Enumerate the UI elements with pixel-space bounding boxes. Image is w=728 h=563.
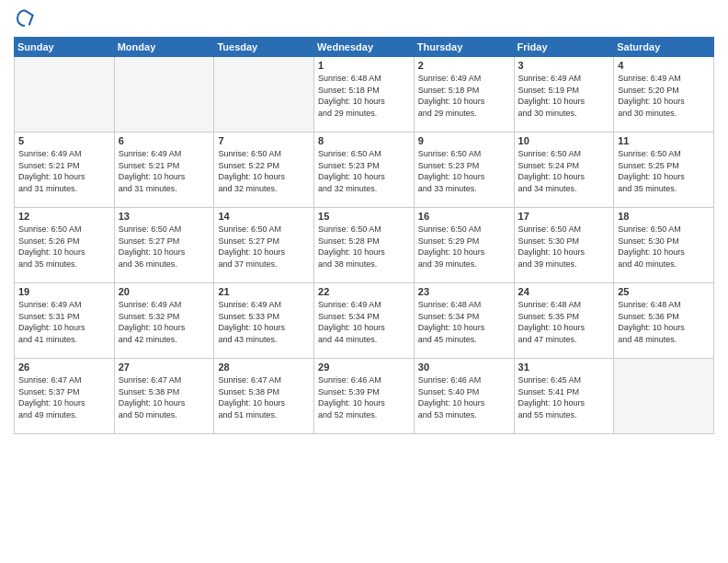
day-info: Sunrise: 6:50 AM Sunset: 5:27 PM Dayligh… bbox=[119, 224, 210, 270]
day-info: Sunrise: 6:47 AM Sunset: 5:38 PM Dayligh… bbox=[119, 374, 210, 420]
day-cell: 29Sunrise: 6:46 AM Sunset: 5:39 PM Dayli… bbox=[314, 359, 415, 434]
calendar-table: SundayMondayTuesdayWednesdayThursdayFrid… bbox=[14, 37, 714, 434]
day-cell: 17Sunrise: 6:50 AM Sunset: 5:30 PM Dayli… bbox=[514, 208, 614, 283]
header-cell-sunday: Sunday bbox=[15, 38, 115, 57]
day-cell bbox=[114, 57, 214, 132]
day-info: Sunrise: 6:48 AM Sunset: 5:18 PM Dayligh… bbox=[318, 73, 410, 119]
header bbox=[14, 9, 714, 31]
day-number: 8 bbox=[318, 135, 410, 146]
day-info: Sunrise: 6:45 AM Sunset: 5:41 PM Dayligh… bbox=[518, 374, 610, 420]
day-cell: 8Sunrise: 6:50 AM Sunset: 5:23 PM Daylig… bbox=[314, 132, 415, 208]
day-cell: 9Sunrise: 6:50 AM Sunset: 5:23 PM Daylig… bbox=[414, 132, 514, 208]
day-number: 12 bbox=[18, 211, 110, 222]
day-info: Sunrise: 6:47 AM Sunset: 5:37 PM Dayligh… bbox=[18, 374, 110, 420]
day-cell: 6Sunrise: 6:49 AM Sunset: 5:21 PM Daylig… bbox=[114, 132, 214, 208]
day-number: 3 bbox=[518, 60, 610, 71]
day-number: 30 bbox=[418, 362, 510, 373]
day-info: Sunrise: 6:50 AM Sunset: 5:29 PM Dayligh… bbox=[418, 224, 510, 270]
day-info: Sunrise: 6:50 AM Sunset: 5:27 PM Dayligh… bbox=[218, 224, 310, 270]
week-row-3: 12Sunrise: 6:50 AM Sunset: 5:26 PM Dayli… bbox=[15, 208, 714, 283]
header-cell-monday: Monday bbox=[114, 38, 214, 57]
day-info: Sunrise: 6:50 AM Sunset: 5:25 PM Dayligh… bbox=[618, 148, 710, 194]
day-info: Sunrise: 6:49 AM Sunset: 5:18 PM Dayligh… bbox=[418, 73, 510, 119]
day-info: Sunrise: 6:49 AM Sunset: 5:33 PM Dayligh… bbox=[218, 299, 310, 345]
day-cell bbox=[15, 57, 115, 132]
day-number: 18 bbox=[618, 211, 710, 222]
day-number: 14 bbox=[218, 211, 310, 222]
day-number: 4 bbox=[618, 60, 710, 71]
day-cell: 3Sunrise: 6:49 AM Sunset: 5:19 PM Daylig… bbox=[514, 57, 614, 132]
header-cell-tuesday: Tuesday bbox=[214, 38, 314, 57]
day-cell bbox=[214, 57, 314, 132]
day-number: 5 bbox=[18, 135, 110, 146]
day-number: 31 bbox=[518, 362, 610, 373]
day-number: 23 bbox=[418, 286, 510, 297]
day-number: 27 bbox=[119, 362, 210, 373]
day-cell: 11Sunrise: 6:50 AM Sunset: 5:25 PM Dayli… bbox=[614, 132, 714, 208]
day-cell: 5Sunrise: 6:49 AM Sunset: 5:21 PM Daylig… bbox=[15, 132, 115, 208]
day-number: 9 bbox=[418, 135, 510, 146]
day-info: Sunrise: 6:50 AM Sunset: 5:23 PM Dayligh… bbox=[418, 148, 510, 194]
week-row-2: 5Sunrise: 6:49 AM Sunset: 5:21 PM Daylig… bbox=[15, 132, 714, 208]
day-cell: 31Sunrise: 6:45 AM Sunset: 5:41 PM Dayli… bbox=[514, 359, 614, 434]
day-cell: 27Sunrise: 6:47 AM Sunset: 5:38 PM Dayli… bbox=[114, 359, 214, 434]
day-info: Sunrise: 6:50 AM Sunset: 5:24 PM Dayligh… bbox=[518, 148, 610, 194]
day-cell: 15Sunrise: 6:50 AM Sunset: 5:28 PM Dayli… bbox=[314, 208, 415, 283]
day-cell: 10Sunrise: 6:50 AM Sunset: 5:24 PM Dayli… bbox=[514, 132, 614, 208]
day-info: Sunrise: 6:49 AM Sunset: 5:19 PM Dayligh… bbox=[518, 73, 610, 119]
day-info: Sunrise: 6:50 AM Sunset: 5:28 PM Dayligh… bbox=[318, 224, 410, 270]
day-info: Sunrise: 6:49 AM Sunset: 5:32 PM Dayligh… bbox=[119, 299, 210, 345]
day-info: Sunrise: 6:47 AM Sunset: 5:38 PM Dayligh… bbox=[218, 374, 310, 420]
day-number: 15 bbox=[318, 211, 410, 222]
day-info: Sunrise: 6:49 AM Sunset: 5:21 PM Dayligh… bbox=[18, 148, 110, 194]
day-number: 7 bbox=[218, 135, 310, 146]
logo bbox=[14, 9, 34, 31]
day-cell: 24Sunrise: 6:48 AM Sunset: 5:35 PM Dayli… bbox=[514, 283, 614, 359]
day-info: Sunrise: 6:50 AM Sunset: 5:22 PM Dayligh… bbox=[218, 148, 310, 194]
day-number: 10 bbox=[518, 135, 610, 146]
day-info: Sunrise: 6:46 AM Sunset: 5:40 PM Dayligh… bbox=[418, 374, 510, 420]
day-cell bbox=[614, 359, 714, 434]
day-cell: 26Sunrise: 6:47 AM Sunset: 5:37 PM Dayli… bbox=[15, 359, 115, 434]
day-number: 17 bbox=[518, 211, 610, 222]
day-info: Sunrise: 6:49 AM Sunset: 5:20 PM Dayligh… bbox=[618, 73, 710, 119]
day-number: 2 bbox=[418, 60, 510, 71]
day-info: Sunrise: 6:50 AM Sunset: 5:26 PM Dayligh… bbox=[18, 224, 110, 270]
day-number: 22 bbox=[318, 286, 410, 297]
week-row-1: 1Sunrise: 6:48 AM Sunset: 5:18 PM Daylig… bbox=[15, 57, 714, 132]
day-cell: 2Sunrise: 6:49 AM Sunset: 5:18 PM Daylig… bbox=[414, 57, 514, 132]
day-number: 16 bbox=[418, 211, 510, 222]
day-info: Sunrise: 6:48 AM Sunset: 5:36 PM Dayligh… bbox=[618, 299, 710, 345]
day-number: 6 bbox=[119, 135, 210, 146]
logo-icon bbox=[16, 9, 34, 28]
header-cell-saturday: Saturday bbox=[614, 38, 714, 57]
header-cell-wednesday: Wednesday bbox=[314, 38, 415, 57]
day-cell: 28Sunrise: 6:47 AM Sunset: 5:38 PM Dayli… bbox=[214, 359, 314, 434]
week-row-5: 26Sunrise: 6:47 AM Sunset: 5:37 PM Dayli… bbox=[15, 359, 714, 434]
day-info: Sunrise: 6:50 AM Sunset: 5:30 PM Dayligh… bbox=[518, 224, 610, 270]
week-row-4: 19Sunrise: 6:49 AM Sunset: 5:31 PM Dayli… bbox=[15, 283, 714, 359]
day-info: Sunrise: 6:49 AM Sunset: 5:21 PM Dayligh… bbox=[119, 148, 210, 194]
day-number: 19 bbox=[18, 286, 110, 297]
day-cell: 12Sunrise: 6:50 AM Sunset: 5:26 PM Dayli… bbox=[15, 208, 115, 283]
header-cell-friday: Friday bbox=[514, 38, 614, 57]
day-info: Sunrise: 6:48 AM Sunset: 5:34 PM Dayligh… bbox=[418, 299, 510, 345]
day-cell: 23Sunrise: 6:48 AM Sunset: 5:34 PM Dayli… bbox=[414, 283, 514, 359]
day-number: 20 bbox=[119, 286, 210, 297]
day-number: 24 bbox=[518, 286, 610, 297]
day-number: 28 bbox=[218, 362, 310, 373]
day-info: Sunrise: 6:49 AM Sunset: 5:34 PM Dayligh… bbox=[318, 299, 410, 345]
day-cell: 18Sunrise: 6:50 AM Sunset: 5:30 PM Dayli… bbox=[614, 208, 714, 283]
day-number: 29 bbox=[318, 362, 410, 373]
day-number: 1 bbox=[318, 60, 410, 71]
day-cell: 20Sunrise: 6:49 AM Sunset: 5:32 PM Dayli… bbox=[114, 283, 214, 359]
day-info: Sunrise: 6:50 AM Sunset: 5:23 PM Dayligh… bbox=[318, 148, 410, 194]
day-number: 25 bbox=[618, 286, 710, 297]
day-cell: 1Sunrise: 6:48 AM Sunset: 5:18 PM Daylig… bbox=[314, 57, 415, 132]
day-cell: 7Sunrise: 6:50 AM Sunset: 5:22 PM Daylig… bbox=[214, 132, 314, 208]
day-info: Sunrise: 6:46 AM Sunset: 5:39 PM Dayligh… bbox=[318, 374, 410, 420]
day-cell: 19Sunrise: 6:49 AM Sunset: 5:31 PM Dayli… bbox=[15, 283, 115, 359]
day-cell: 4Sunrise: 6:49 AM Sunset: 5:20 PM Daylig… bbox=[614, 57, 714, 132]
day-info: Sunrise: 6:49 AM Sunset: 5:31 PM Dayligh… bbox=[18, 299, 110, 345]
day-cell: 30Sunrise: 6:46 AM Sunset: 5:40 PM Dayli… bbox=[414, 359, 514, 434]
